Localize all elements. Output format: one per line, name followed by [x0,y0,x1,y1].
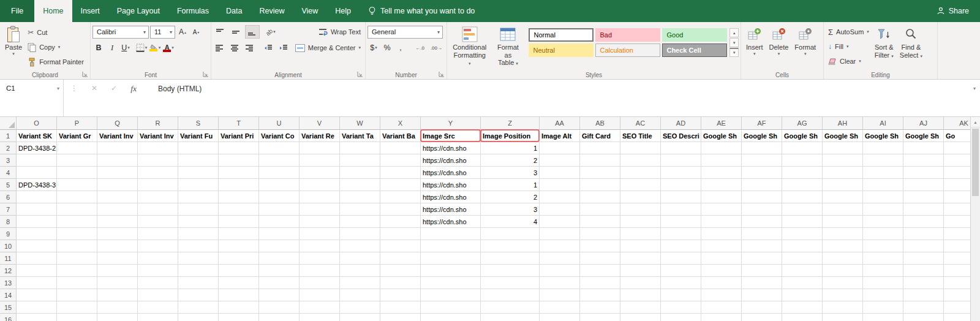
cell-AE3[interactable] [701,154,742,167]
cell-AF5[interactable] [742,179,782,191]
cell-X11[interactable] [380,252,421,265]
enter-icon[interactable]: ✓ [104,80,124,93]
cell-AH1[interactable]: Google Sh [823,130,863,142]
gallery-scroll-down-icon[interactable]: ▾ [729,38,739,47]
cell-AG6[interactable] [782,191,823,203]
insert-function-icon[interactable]: fx [124,80,143,94]
cell-AJ11[interactable] [903,252,944,265]
gallery-more-icon[interactable]: ▾ [729,48,739,57]
cell-T11[interactable] [219,252,259,265]
cell-X15[interactable] [380,301,421,314]
cell-Y6[interactable]: https://cdn.sho [421,191,481,203]
cell-Z13[interactable] [481,277,540,289]
cell-O5[interactable]: DPD-3438-3 [17,179,57,191]
cell-Y1[interactable]: Image Src [421,130,481,142]
cell-AA7[interactable] [540,203,580,216]
cell-T10[interactable] [219,240,259,252]
cell-AC1[interactable]: SEO Title [620,130,661,142]
cell-V15[interactable] [300,301,340,314]
cell-U15[interactable] [259,301,300,314]
cell-P5[interactable] [57,179,97,191]
style-chip-neutral[interactable]: Neutral [529,43,594,57]
cell-AH13[interactable] [823,277,863,289]
cell-Q10[interactable] [97,240,138,252]
cell-AA16[interactable] [540,314,580,321]
cell-AI6[interactable] [863,191,903,203]
cell-T4[interactable] [219,167,259,179]
cell-Q6[interactable] [97,191,138,203]
cell-W12[interactable] [340,265,380,277]
orientation-button[interactable]: ab ▾ [265,25,277,39]
cell-Y4[interactable]: https://cdn.sho [421,167,481,179]
cell-AI13[interactable] [863,277,903,289]
cell-T5[interactable] [219,179,259,191]
increase-decimal-button[interactable]: ←.0 [413,42,427,54]
cell-X9[interactable] [380,228,421,240]
cell-AJ2[interactable] [903,142,944,154]
cell-V4[interactable] [300,167,340,179]
align-left-button[interactable] [213,41,227,55]
cell-AA4[interactable] [540,167,580,179]
cell-Q11[interactable] [97,252,138,265]
cell-P2[interactable] [57,142,97,154]
cell-AH4[interactable] [823,167,863,179]
cell-Y2[interactable]: https://cdn.sho [421,142,481,154]
cell-P3[interactable] [57,154,97,167]
number-format-combo[interactable]: General ▾ [368,26,443,39]
cell-AD13[interactable] [661,277,701,289]
style-chip-check-cell[interactable]: Check Cell [662,43,727,57]
cell-W8[interactable] [340,216,380,228]
cell-Q4[interactable] [97,167,138,179]
delete-cells-button[interactable]: Delete ▾ [766,24,792,58]
cell-P1[interactable]: Variant Gr [57,130,97,142]
cell-AG7[interactable] [782,203,823,216]
cell-V5[interactable] [300,179,340,191]
copy-button[interactable]: Copy ▾ [25,40,86,55]
cell-AI3[interactable] [863,154,903,167]
cell-X7[interactable] [380,203,421,216]
cell-AA10[interactable] [540,240,580,252]
cell-AG12[interactable] [782,265,823,277]
cell-Q5[interactable] [97,179,138,191]
cell-X5[interactable] [380,179,421,191]
cell-Z8[interactable]: 4 [481,216,540,228]
cell-AA13[interactable] [540,277,580,289]
cell-Y16[interactable] [421,314,481,321]
cell-AG15[interactable] [782,301,823,314]
cell-O15[interactable] [17,301,57,314]
cell-W9[interactable] [340,228,380,240]
cell-AB3[interactable] [580,154,620,167]
cell-AH10[interactable] [823,240,863,252]
column-header-S[interactable]: S [178,117,219,129]
cell-AG14[interactable] [782,289,823,301]
cell-V7[interactable] [300,203,340,216]
cell-V2[interactable] [300,142,340,154]
cell-AE8[interactable] [701,216,742,228]
cell-W2[interactable] [340,142,380,154]
tab-insert[interactable]: Insert [72,0,108,22]
cell-X16[interactable] [380,314,421,321]
cell-AC13[interactable] [620,277,661,289]
cell-AJ1[interactable]: Google Sh [903,130,944,142]
cell-AH12[interactable] [823,265,863,277]
cell-AH2[interactable] [823,142,863,154]
tab-help[interactable]: Help [326,0,360,22]
cell-T15[interactable] [219,301,259,314]
cell-R1[interactable]: Variant Inv [138,130,178,142]
cell-R15[interactable] [138,301,178,314]
column-header-Q[interactable]: Q [97,117,138,129]
column-header-AI[interactable]: AI [863,117,903,129]
cell-AF15[interactable] [742,301,782,314]
cell-AA2[interactable] [540,142,580,154]
cell-AE16[interactable] [701,314,742,321]
column-header-AC[interactable]: AC [620,117,661,129]
row-header-14[interactable]: 14 [0,289,17,301]
cell-P8[interactable] [57,216,97,228]
cell-S2[interactable] [178,142,219,154]
style-chip-calculation[interactable]: Calculation [595,43,660,57]
select-all-corner[interactable] [0,117,17,129]
cell-AA15[interactable] [540,301,580,314]
cell-AC9[interactable] [620,228,661,240]
tab-review[interactable]: Review [251,0,293,22]
cell-AF3[interactable] [742,154,782,167]
